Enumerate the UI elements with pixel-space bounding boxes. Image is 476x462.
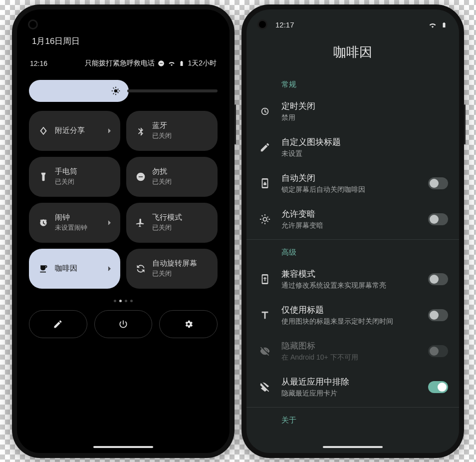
coffee-icon (38, 264, 49, 274)
tile-title: 飞行模式 (152, 213, 211, 222)
brightness-slider[interactable] (29, 80, 218, 102)
setting-hide-icon: 隐藏图标 在 Android 10+ 下不可用 (246, 333, 459, 369)
setting-title: 仅使用标题 (281, 304, 418, 316)
tile-bluetooth[interactable]: 蓝牙 已关闭 (126, 111, 218, 151)
power-button[interactable] (94, 310, 153, 338)
setting-subtitle: 通过修改系统设置来实现屏幕常亮 (281, 281, 418, 290)
setting-title: 允许变暗 (281, 208, 418, 220)
edit-icon (258, 142, 271, 153)
pencil-icon (53, 319, 63, 329)
install-icon (258, 274, 271, 285)
nav-bar[interactable] (93, 446, 153, 448)
setting-title: 定时关闭 (281, 100, 448, 112)
setting-subtitle: 禁用 (281, 113, 448, 122)
setting-subtitle: 允许屏幕变暗 (281, 221, 418, 230)
tile-title: 附近分享 (55, 126, 99, 135)
setting-auto-off[interactable]: 自动关闭 锁定屏幕后自动关闭咖啡因 (246, 165, 459, 201)
eye-off-icon (258, 346, 271, 357)
wifi-status-icon (428, 20, 437, 29)
tile-subtitle: 已关闭 (55, 177, 113, 186)
setting-switch[interactable] (428, 381, 448, 393)
battery-status-icon (179, 60, 185, 67)
setting-subtitle: 隐藏最近应用卡片 (281, 389, 418, 398)
setting-title: 自定义图块标题 (281, 136, 448, 148)
airplane-icon (135, 218, 146, 228)
tile-caffeine[interactable]: 咖啡因 (29, 249, 120, 289)
setting-switch[interactable] (428, 309, 448, 321)
setting-title: 兼容模式 (281, 268, 418, 280)
pager-dot[interactable] (130, 300, 133, 302)
qs-pager (17, 300, 230, 302)
battery-time-text: 1天2小时 (188, 59, 217, 68)
tile-subtitle: 未设置闹钟 (55, 223, 99, 232)
nearby-icon (38, 126, 49, 136)
qs-status-row: 12:16 只能拨打紧急呼救电话 1天2小时 (17, 47, 230, 75)
quick-settings-screen: 1月16日周日 12:16 只能拨打紧急呼救电话 1天2小时 附近分享 (17, 9, 230, 453)
network-status-text: 只能拨打紧急呼救电话 (85, 59, 155, 68)
pager-dot[interactable] (125, 300, 127, 302)
timer-icon (258, 106, 271, 117)
app-title: 咖啡因 (246, 29, 459, 74)
flashlight-icon (38, 172, 49, 182)
setting-allow-dim[interactable]: 允许变暗 允许屏幕变暗 (246, 201, 459, 237)
setting-title-only[interactable]: 仅使用标题 使用图块的标题来显示定时关闭时间 (246, 297, 459, 333)
setting-title: 隐藏图标 (281, 340, 418, 352)
phone-left: 1月16日周日 12:16 只能拨打紧急呼救电话 1天2小时 附近分享 (12, 4, 235, 458)
setting-compat[interactable]: 兼容模式 通过修改系统设置来实现屏幕常亮 (246, 261, 459, 297)
setting-custom-title[interactable]: 自定义图块标题 未设置 (246, 129, 459, 165)
section-label-advanced: 高级 (246, 242, 459, 261)
tile-title: 蓝牙 (152, 121, 211, 130)
settings-list: 常规 定时关闭 禁用 自定义图块标题 未设置 自动关闭 锁定屏幕后自动关闭咖啡因 (246, 74, 459, 429)
tile-autorotate[interactable]: 自动旋转屏幕 已关闭 (126, 249, 218, 289)
wifi-status-icon (168, 59, 176, 67)
tile-subtitle: 已关闭 (152, 131, 211, 140)
pager-dot[interactable] (114, 300, 116, 302)
status-bar: 12:17 (246, 9, 459, 29)
tile-subtitle: 已关闭 (152, 223, 211, 232)
battery-status-icon (441, 21, 447, 29)
layers-off-icon (258, 382, 271, 393)
section-label-about: 关于 (246, 410, 459, 429)
gear-icon (184, 319, 194, 329)
front-camera (28, 19, 38, 29)
tile-subtitle: 已关闭 (152, 177, 211, 186)
dnd-status-icon (158, 60, 165, 67)
status-time: 12:17 (275, 20, 294, 29)
chevron-right-icon (105, 127, 113, 135)
tile-title: 手电筒 (55, 167, 113, 176)
setting-switch[interactable] (428, 273, 448, 285)
setting-exclude-recent[interactable]: 从最近应用中排除 隐藏最近应用卡片 (246, 369, 459, 405)
setting-scheduled-off[interactable]: 定时关闭 禁用 (246, 93, 459, 129)
tile-title: 咖啡因 (55, 264, 99, 273)
tile-airplane[interactable]: 飞行模式 已关闭 (126, 203, 218, 243)
section-label-general: 常规 (246, 74, 459, 93)
power-icon (118, 319, 128, 329)
setting-switch[interactable] (428, 213, 448, 225)
lock-phone-icon (258, 178, 271, 189)
qs-time: 12:16 (30, 59, 47, 67)
settings-button[interactable] (159, 310, 218, 338)
phone-right: 12:17 咖啡因 常规 定时关闭 禁用 自定义图块标题 未设置 自 (241, 4, 464, 458)
tile-nearby-share[interactable]: 附近分享 (29, 111, 120, 151)
tile-title: 勿扰 (152, 167, 211, 176)
qs-date: 1月16日周日 (17, 9, 230, 47)
nav-bar[interactable] (323, 446, 383, 448)
pager-dot[interactable] (119, 300, 122, 302)
rotate-icon (135, 264, 146, 274)
edit-tiles-button[interactable] (29, 310, 87, 338)
setting-title: 从最近应用中排除 (281, 376, 418, 388)
front-camera (257, 19, 267, 29)
caffeine-settings-screen: 12:17 咖啡因 常规 定时关闭 禁用 自定义图块标题 未设置 自 (246, 9, 459, 453)
bluetooth-icon (135, 126, 146, 136)
setting-switch[interactable] (428, 177, 448, 189)
qs-footer (29, 310, 218, 338)
chevron-right-icon (105, 265, 113, 273)
chevron-right-icon (105, 219, 113, 227)
brightness-icon (111, 86, 121, 96)
dnd-icon (135, 172, 146, 182)
setting-subtitle: 在 Android 10+ 下不可用 (281, 353, 418, 362)
tile-flashlight[interactable]: 手电筒 已关闭 (29, 157, 120, 197)
divider (246, 239, 459, 240)
tile-alarm[interactable]: 闹钟 未设置闹钟 (29, 203, 120, 243)
tile-dnd[interactable]: 勿扰 已关闭 (126, 157, 218, 197)
